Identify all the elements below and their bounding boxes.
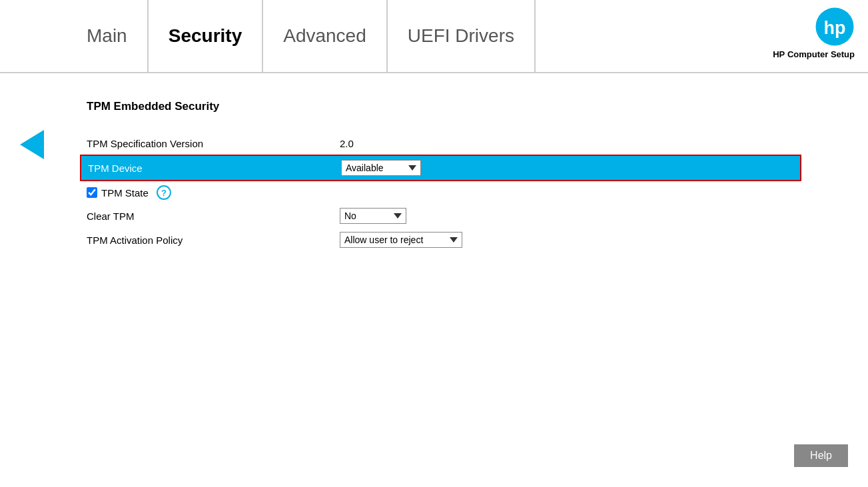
tpm-spec-version-value: 2.0 xyxy=(340,138,354,149)
table-row: TPM Specification Version 2.0 xyxy=(87,132,801,155)
settings-table: TPM Specification Version 2.0 TPM Device… xyxy=(87,132,801,252)
tpm-device-label: TPM Device xyxy=(88,163,341,174)
tpm-state-row: TPM State ? xyxy=(87,181,801,204)
tab-main[interactable]: Main xyxy=(67,0,149,72)
tpm-activation-policy-dropdown[interactable]: Allow user to reject No prompts Allow us… xyxy=(340,232,462,248)
brand-subtitle: HP Computer Setup xyxy=(773,49,855,59)
hp-logo-icon: hp xyxy=(815,7,855,47)
nav-tabs: Main Security Advanced UEFI Drivers xyxy=(67,0,868,72)
back-arrow-icon[interactable] xyxy=(20,130,44,159)
svg-text:hp: hp xyxy=(824,18,846,38)
clear-tpm-dropdown-wrapper: No Yes xyxy=(340,208,406,224)
header: Main Security Advanced UEFI Drivers hp H… xyxy=(0,0,868,73)
logo-area: hp HP Computer Setup xyxy=(773,7,855,59)
clear-tpm-dropdown[interactable]: No Yes xyxy=(340,208,406,224)
tpm-activation-policy-label: TPM Activation Policy xyxy=(87,235,340,246)
tpm-state-checkbox[interactable] xyxy=(87,187,97,198)
tab-security[interactable]: Security xyxy=(149,0,264,72)
tpm-activation-policy-row: TPM Activation Policy Allow user to reje… xyxy=(87,228,801,252)
tpm-state-label: TPM State xyxy=(101,187,149,199)
section-title: TPM Embedded Security xyxy=(87,100,801,113)
clear-tpm-label: Clear TPM xyxy=(87,211,340,222)
tab-advanced[interactable]: Advanced xyxy=(263,0,388,72)
tpm-device-help-icon[interactable]: ? xyxy=(426,161,441,175)
tpm-activation-policy-dropdown-wrapper: Allow user to reject No prompts Allow us… xyxy=(340,232,462,248)
help-button[interactable]: Help xyxy=(794,444,848,467)
tpm-state-help-icon[interactable]: ? xyxy=(157,185,171,200)
tpm-device-row[interactable]: TPM Device Available Hidden ? xyxy=(80,155,801,181)
tpm-spec-version-label: TPM Specification Version xyxy=(87,138,340,149)
tpm-device-dropdown[interactable]: Available Hidden xyxy=(341,160,421,176)
tpm-device-dropdown-wrapper: Available Hidden ? xyxy=(341,160,441,176)
main-content: TPM Embedded Security TPM Specification … xyxy=(0,73,868,278)
tab-uefi-drivers[interactable]: UEFI Drivers xyxy=(388,0,536,72)
clear-tpm-row: Clear TPM No Yes xyxy=(87,204,801,228)
